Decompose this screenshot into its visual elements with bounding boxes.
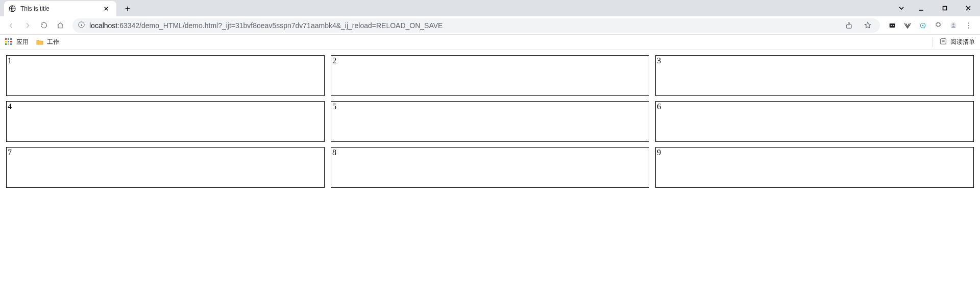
apps-label: 应用: [16, 38, 29, 46]
share-button[interactable]: [842, 18, 856, 33]
svg-rect-4: [890, 23, 895, 28]
window-maximize-button[interactable]: [933, 0, 957, 16]
demo-grid: 1 2 3 4 5 6 7 8 9: [6, 55, 974, 188]
grid-cell: 3: [655, 55, 974, 96]
extension-icon-3[interactable]: [916, 18, 930, 33]
svg-point-10: [952, 23, 954, 26]
url-host: localhost: [89, 21, 117, 30]
svg-rect-14: [941, 39, 946, 44]
forward-button[interactable]: [20, 18, 35, 33]
tab-close-button[interactable]: [100, 3, 112, 15]
grid-cell: 2: [331, 55, 649, 96]
grid-cell: 4: [6, 101, 325, 142]
tab-strip: This is title: [0, 0, 980, 16]
window-controls: [893, 0, 980, 16]
window-minimize-button[interactable]: [910, 0, 933, 16]
page-viewport: 1 2 3 4 5 6 7 8 9: [0, 50, 980, 193]
svg-rect-1: [943, 7, 947, 10]
svg-point-6: [893, 25, 894, 26]
grid-cell: 1: [6, 55, 325, 96]
browser-toolbar: localhost:63342/demo_HTML/demo.html?_ijt…: [0, 16, 980, 35]
apps-grid-icon: [5, 38, 13, 46]
address-bar[interactable]: localhost:63342/demo_HTML/demo.html?_ijt…: [72, 18, 880, 33]
extension-icon-1[interactable]: [885, 18, 899, 33]
browser-tab[interactable]: This is title: [4, 1, 116, 16]
menu-button[interactable]: [962, 18, 976, 33]
extensions-button[interactable]: [931, 18, 945, 33]
folder-icon: [36, 38, 44, 46]
bookmarks-bar: 应用 工作 阅读清单: [0, 35, 980, 50]
url-path: /demo_HTML/demo.html?_ijt=31bvf8oeav5ssp…: [139, 21, 443, 30]
profile-button[interactable]: [946, 18, 961, 33]
url-text: localhost:63342/demo_HTML/demo.html?_ijt…: [89, 21, 838, 30]
grid-cell: 7: [6, 147, 325, 188]
tab-title: This is title: [20, 5, 96, 12]
svg-point-13: [968, 27, 969, 28]
grid-cell: 8: [331, 147, 649, 188]
home-button[interactable]: [53, 18, 67, 33]
svg-point-5: [891, 25, 892, 26]
grid-cell: 6: [655, 101, 974, 142]
bookmark-folder-label: 工作: [47, 38, 59, 46]
window-close-button[interactable]: [957, 0, 980, 16]
svg-point-11: [968, 22, 969, 23]
globe-icon: [8, 5, 16, 13]
grid-cell: 5: [331, 101, 649, 142]
site-info-icon[interactable]: [78, 21, 85, 30]
reload-button[interactable]: [37, 18, 51, 33]
tab-search-button[interactable]: [893, 0, 910, 16]
url-port: :63342: [117, 21, 139, 30]
reading-list-icon: [939, 37, 947, 47]
bookmark-star-button[interactable]: [861, 18, 875, 33]
svg-point-8: [922, 25, 924, 26]
grid-cell: 9: [655, 147, 974, 188]
svg-point-12: [968, 25, 969, 26]
bookmark-folder-work[interactable]: 工作: [36, 38, 59, 46]
new-tab-button[interactable]: [121, 3, 134, 15]
extension-icon-2[interactable]: [900, 18, 915, 33]
reading-list-label: 阅读清单: [950, 38, 975, 46]
toolbar-right-icons: [885, 18, 976, 33]
apps-shortcut[interactable]: 应用: [5, 38, 29, 46]
back-button[interactable]: [4, 18, 18, 33]
reading-list-button[interactable]: 阅读清单: [933, 37, 975, 47]
